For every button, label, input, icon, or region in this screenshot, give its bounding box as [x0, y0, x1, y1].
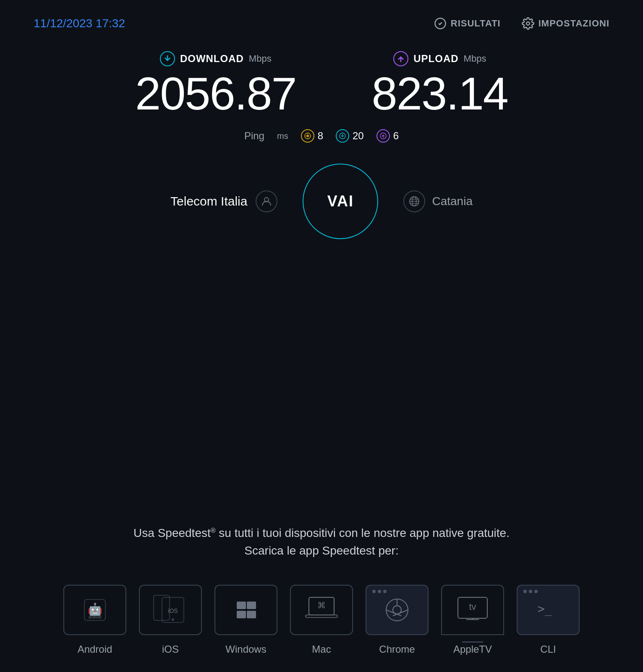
app-item-ios[interactable]: iOS iOS	[139, 585, 202, 655]
app-item-cli[interactable]: >_ CLI	[517, 585, 580, 655]
upload-label-row: UPLOAD Mbps	[393, 51, 486, 66]
windows-icon-box	[214, 585, 277, 635]
svg-text:iOS: iOS	[168, 607, 178, 614]
download-text: DOWNLOAD	[180, 53, 244, 65]
app-label-cli: CLI	[540, 643, 556, 655]
android-icon-box: 🤖 android	[63, 585, 126, 635]
go-button[interactable]: VAI	[303, 164, 378, 239]
app-label-ios: iOS	[162, 643, 179, 655]
svg-point-7	[306, 135, 309, 137]
svg-text:android: android	[89, 615, 101, 619]
app-label-android: Android	[78, 643, 112, 655]
ping-download-icon	[336, 129, 349, 143]
ping-idle-icon	[301, 129, 314, 143]
upload-block: UPLOAD Mbps 823.14	[372, 51, 508, 117]
location-block: Catania	[403, 190, 473, 212]
isp-icon	[256, 190, 277, 212]
ios-icon: iOS	[152, 593, 189, 627]
app-label-windows: Windows	[225, 643, 266, 655]
ping-idle-stat: 8	[301, 129, 323, 143]
promo-text-part1: Usa Speedtest® su tutti i tuoi dispositi…	[133, 526, 510, 557]
svg-rect-31	[237, 611, 246, 618]
chrome-logo-icon	[385, 598, 409, 622]
ping-unit: ms	[277, 131, 288, 141]
isp-name: Telecom Italia	[170, 194, 247, 208]
mac-icon: ⌘	[305, 593, 338, 627]
gear-icon	[522, 17, 534, 30]
download-value: 2056.87	[135, 70, 296, 117]
timestamp: 11/12/2023 17:32	[34, 17, 125, 30]
svg-rect-30	[247, 602, 256, 609]
appletv-icon: tv	[456, 595, 489, 625]
app-grid: 🤖 android Android iOS iOS	[63, 585, 580, 655]
svg-line-39	[386, 610, 401, 616]
app-item-chrome[interactable]: Chrome	[366, 585, 429, 655]
app-item-mac[interactable]: ⌘ Mac	[290, 585, 353, 655]
go-button-label: VAI	[327, 193, 354, 210]
download-block: DOWNLOAD Mbps 2056.87	[135, 51, 296, 117]
svg-text:>_: >_	[538, 602, 552, 616]
cli-window-dots	[523, 590, 538, 593]
svg-point-28	[172, 618, 174, 621]
ping-row: Ping ms 8 20	[244, 129, 399, 143]
download-icon	[160, 51, 175, 66]
windows-icon	[233, 597, 259, 623]
top-bar: 11/12/2023 17:32 RISULTATI IMPOSTAZIONI	[0, 0, 643, 39]
isp-block: Telecom Italia	[170, 190, 277, 212]
ping-idle-value: 8	[318, 130, 323, 142]
globe-icon	[403, 190, 425, 212]
download-unit: Mbps	[249, 53, 272, 64]
svg-text:tv: tv	[469, 602, 476, 612]
mac-icon-box: ⌘	[290, 585, 353, 635]
app-label-appletv: AppleTV	[453, 643, 492, 655]
download-label-row: DOWNLOAD Mbps	[160, 51, 272, 66]
upload-value: 823.14	[372, 70, 508, 117]
promo-text: Usa Speedtest® su tutti i tuoi dispositi…	[133, 524, 510, 560]
upload-text: UPLOAD	[413, 53, 458, 65]
speed-section: DOWNLOAD Mbps 2056.87 UPLOAD Mbps 823.14	[135, 51, 508, 117]
svg-rect-25	[154, 595, 170, 620]
ping-upload-stat: 6	[376, 129, 399, 143]
cli-icon: >_	[533, 599, 563, 620]
ping-upload-icon	[376, 129, 390, 143]
appletv-icon-box: tv	[441, 585, 504, 635]
chrome-window-dots	[372, 590, 387, 593]
ping-upload-value: 6	[393, 130, 399, 142]
chrome-icon-box	[366, 585, 429, 635]
ping-download-stat: 20	[336, 129, 364, 143]
svg-rect-32	[247, 611, 256, 618]
results-button[interactable]: RISULTATI	[434, 17, 501, 30]
cli-icon-box: >_	[517, 585, 580, 635]
promo-section: Usa Speedtest® su tutti i tuoi dispositi…	[63, 440, 580, 672]
svg-point-1	[526, 22, 530, 25]
go-section: Telecom Italia VAI Catania	[0, 164, 643, 239]
settings-button[interactable]: IMPOSTAZIONI	[522, 17, 609, 30]
app-label-chrome: Chrome	[379, 643, 415, 655]
location-name: Catania	[432, 195, 473, 208]
ping-download-value: 20	[353, 130, 364, 142]
svg-rect-29	[237, 602, 246, 609]
app-item-windows[interactable]: Windows	[214, 585, 277, 655]
app-item-android[interactable]: 🤖 android Android	[63, 585, 126, 655]
svg-text:⌘: ⌘	[317, 601, 326, 610]
ios-icon-box: iOS	[139, 585, 202, 635]
app-item-appletv[interactable]: tv AppleTV	[441, 585, 504, 655]
upload-unit: Mbps	[464, 53, 486, 64]
svg-line-40	[393, 610, 408, 616]
results-label: RISULTATI	[451, 18, 501, 29]
svg-text:🤖: 🤖	[88, 602, 102, 616]
check-circle-icon	[434, 17, 447, 30]
android-icon: 🤖 android	[82, 597, 107, 623]
settings-label: IMPOSTAZIONI	[538, 18, 609, 29]
top-actions: RISULTATI IMPOSTAZIONI	[434, 17, 609, 30]
ping-label: Ping	[244, 130, 264, 142]
upload-icon	[393, 51, 408, 66]
app-label-mac: Mac	[312, 643, 331, 655]
